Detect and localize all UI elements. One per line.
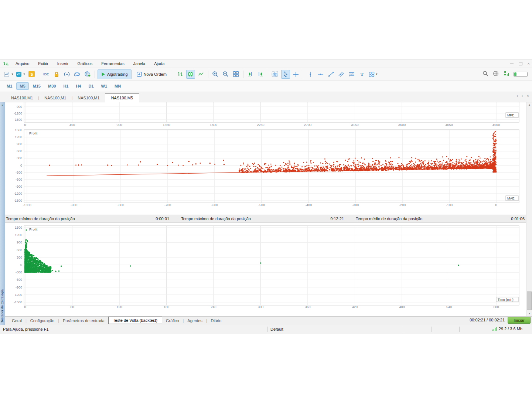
duration-stat: Tempo médio de duração da posição0:01:06 — [356, 215, 525, 222]
new-order-icon — [137, 72, 142, 77]
svg-text:180: 180 — [164, 305, 169, 309]
search-icon[interactable] — [482, 71, 488, 78]
svg-text:MFE: MFE — [507, 113, 514, 117]
data-window-icon[interactable] — [62, 70, 71, 79]
community-globe-icon[interactable] — [83, 70, 92, 79]
algotrading-label: Algotrading — [107, 72, 128, 76]
fibonacci-tool-icon[interactable] — [347, 70, 356, 79]
minimize-icon[interactable] — [510, 64, 514, 64]
status-separator — [404, 327, 404, 332]
status-profile[interactable]: Default — [270, 327, 283, 331]
svg-text:Profit: Profit — [29, 131, 38, 135]
menu-exibir[interactable]: Exibir — [34, 60, 53, 67]
timeframe-h4[interactable]: H4 — [72, 82, 84, 90]
chart-tab-3[interactable]: NAS100,M5 — [105, 93, 139, 102]
menu-bar: ArquivoExibirInserirGráficosFerramentasJ… — [0, 59, 532, 68]
svg-text:-1200: -1200 — [14, 192, 22, 195]
mt5-window: ArquivoExibirInserirGráficosFerramentasJ… — [0, 59, 532, 334]
timeframe-h1[interactable]: H1 — [60, 82, 72, 90]
chart-time: 0601201802403003604204805406001500120090… — [14, 226, 519, 309]
shapes-tool-icon[interactable]: ▼ — [368, 70, 378, 79]
svg-text:600: 600 — [17, 149, 22, 153]
chart-tab-1[interactable]: NAS100,M1 — [39, 94, 71, 102]
window-controls: × — [510, 59, 530, 68]
candles-chart-icon[interactable] — [186, 70, 195, 79]
bars-chart-icon[interactable] — [176, 70, 185, 79]
shift-end-icon[interactable] — [246, 70, 255, 79]
toolbar-separator — [208, 71, 208, 78]
chart-screenshot-icon[interactable] — [271, 70, 280, 79]
status-separator — [267, 327, 268, 332]
crosshair-icon[interactable] — [291, 70, 300, 79]
tab-close-icon[interactable]: × — [527, 93, 529, 332]
lock-icon[interactable] — [52, 70, 61, 79]
trendline-tool-icon[interactable] — [327, 70, 335, 79]
tab-scroll-right-icon[interactable]: › — [522, 93, 523, 332]
close-icon[interactable]: × — [528, 62, 530, 66]
cursor-icon[interactable] — [281, 70, 290, 79]
svg-text:1350: 1350 — [163, 123, 170, 127]
svg-text:0: 0 — [24, 305, 26, 309]
chart-tab-0[interactable]: NAS100,M1 — [6, 94, 38, 102]
menu-janela[interactable]: Janela — [129, 60, 150, 67]
vertical-line-tool-icon[interactable] — [306, 70, 315, 79]
menu-ferramentas[interactable]: Ferramentas — [97, 60, 129, 67]
zoom-in-icon[interactable] — [211, 70, 220, 79]
svg-text:3600: 3600 — [398, 123, 406, 127]
svg-text:4500: 4500 — [492, 123, 500, 127]
auto-scroll-icon[interactable] — [256, 70, 265, 79]
menu-graficos[interactable]: Gráficos — [73, 60, 97, 67]
zoom-out-icon[interactable] — [221, 70, 230, 79]
timeframe-mn[interactable]: MN — [111, 82, 124, 90]
new-order-button[interactable]: Nova Ordem — [133, 69, 170, 79]
svg-text:300: 300 — [258, 305, 263, 309]
cloud-icon[interactable] — [73, 70, 82, 79]
help-globe-icon[interactable] — [493, 71, 499, 78]
toolbar-separator — [39, 71, 39, 78]
text-tool-icon[interactable]: T — [358, 70, 366, 79]
timeframe-m15[interactable]: M15 — [30, 82, 44, 90]
market-watch-icon[interactable]: $ — [27, 70, 36, 79]
menu-ajuda[interactable]: Ajuda — [150, 60, 169, 67]
tile-windows-icon[interactable] — [232, 70, 241, 79]
svg-text:300: 300 — [17, 256, 22, 259]
svg-text:4050: 4050 — [445, 123, 453, 127]
timeframe-m5[interactable]: M5 — [16, 82, 28, 90]
tester-tab-teste-de-volta-backtest[interactable]: Teste de Volta (backtest) — [108, 317, 162, 324]
duration-stat-value: 0:01:06 — [511, 216, 525, 221]
panel-close-icon[interactable]: × — [0, 103, 4, 107]
line-chart-icon[interactable] — [197, 70, 205, 79]
connection-quality-bar[interactable] — [514, 72, 528, 77]
metaeditor-ide-icon[interactable]: IDE — [42, 70, 51, 79]
tester-tab-agentes[interactable]: Agentes — [184, 317, 206, 324]
tester-tab-bar: Geral|Configuração|Parâmetros de entrada… — [0, 316, 532, 325]
algotrading-button[interactable]: Algotrading — [98, 69, 132, 79]
tester-tab-geral[interactable]: Geral — [8, 317, 25, 324]
timeframe-d1[interactable]: D1 — [85, 82, 97, 90]
maximize-icon[interactable] — [519, 62, 522, 65]
toolbar: ▼ ▼ $ IDE Algotrading Nova Ordem — [0, 68, 532, 81]
timeframe-m1[interactable]: M1 — [3, 82, 16, 90]
connection-status-icon[interactable] — [503, 71, 509, 78]
status-separator — [432, 327, 432, 332]
svg-text:-600: -600 — [16, 278, 22, 282]
menu-arquivo[interactable]: Arquivo — [11, 60, 34, 67]
profiles-icon[interactable]: ▼ — [16, 70, 26, 79]
tester-tab-diario[interactable]: Diário — [207, 317, 225, 324]
timeframe-m30[interactable]: M30 — [45, 82, 59, 90]
tester-tab-parametros-de-entrada[interactable]: Parâmetros de entrada — [59, 317, 108, 324]
tester-tab-configuracao[interactable]: Configuração — [27, 317, 58, 324]
tab-scroll-left-icon[interactable]: ‹ — [516, 93, 518, 332]
duration-stat-label: Tempo médio de duração da posição — [356, 216, 422, 221]
channel-tool-icon[interactable] — [337, 70, 346, 79]
tester-panel-title: Testador de Estratégia — [0, 289, 4, 323]
horizontal-line-tool-icon[interactable] — [316, 70, 325, 79]
new-chart-icon[interactable]: ▼ — [4, 70, 14, 79]
chart-tab-2[interactable]: NAS100,M1 — [72, 94, 105, 102]
chart-tab-bar: NAS100,M1|NAS100,M1|NAS100,M1NAS100,M5 — [0, 92, 532, 102]
tester-tab-grafico[interactable]: Gráfico — [162, 317, 183, 324]
timeframe-w1[interactable]: W1 — [98, 82, 111, 90]
menu-inserir[interactable]: Inserir — [53, 60, 73, 67]
svg-text:-1200: -1200 — [14, 293, 22, 297]
svg-text:0: 0 — [495, 203, 497, 207]
